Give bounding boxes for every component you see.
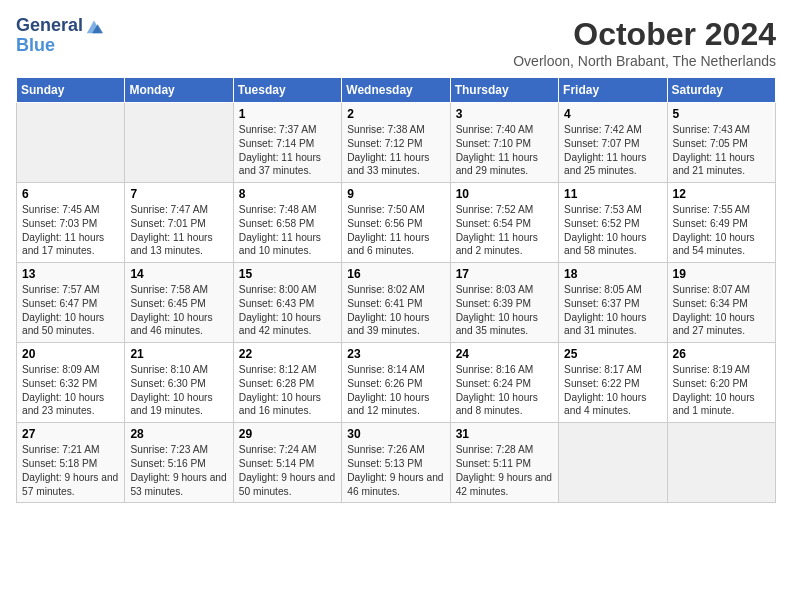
day-info-line: Sunset: 7:14 PM bbox=[239, 138, 314, 149]
day-info: Sunrise: 8:10 AMSunset: 6:30 PMDaylight:… bbox=[130, 363, 227, 418]
day-number: 27 bbox=[22, 427, 119, 441]
day-info-line: Daylight: 10 hours and 23 minutes. bbox=[22, 392, 104, 417]
day-info-line: Sunrise: 7:45 AM bbox=[22, 204, 100, 215]
day-info-line: Sunrise: 8:19 AM bbox=[673, 364, 751, 375]
day-info-line: Sunset: 5:14 PM bbox=[239, 458, 314, 469]
day-info-line: Sunrise: 8:14 AM bbox=[347, 364, 425, 375]
header-tuesday: Tuesday bbox=[233, 78, 341, 103]
day-info: Sunrise: 7:47 AMSunset: 7:01 PMDaylight:… bbox=[130, 203, 227, 258]
day-info-line: Sunset: 6:30 PM bbox=[130, 378, 205, 389]
day-info-line: Daylight: 11 hours and 2 minutes. bbox=[456, 232, 538, 257]
day-info-line: Sunrise: 8:00 AM bbox=[239, 284, 317, 295]
day-info-line: Sunrise: 8:02 AM bbox=[347, 284, 425, 295]
day-info: Sunrise: 8:05 AMSunset: 6:37 PMDaylight:… bbox=[564, 283, 661, 338]
calendar-cell: 9Sunrise: 7:50 AMSunset: 6:56 PMDaylight… bbox=[342, 183, 450, 263]
day-number: 5 bbox=[673, 107, 770, 121]
day-info: Sunrise: 7:50 AMSunset: 6:56 PMDaylight:… bbox=[347, 203, 444, 258]
day-info-line: Sunrise: 7:47 AM bbox=[130, 204, 208, 215]
calendar-cell: 23Sunrise: 8:14 AMSunset: 6:26 PMDayligh… bbox=[342, 343, 450, 423]
day-info-line: Sunset: 6:47 PM bbox=[22, 298, 97, 309]
day-info-line: Sunset: 6:37 PM bbox=[564, 298, 639, 309]
header-wednesday: Wednesday bbox=[342, 78, 450, 103]
day-info-line: Sunrise: 8:07 AM bbox=[673, 284, 751, 295]
day-info-line: Sunset: 6:52 PM bbox=[564, 218, 639, 229]
calendar-cell: 24Sunrise: 8:16 AMSunset: 6:24 PMDayligh… bbox=[450, 343, 558, 423]
calendar-header-row: Sunday Monday Tuesday Wednesday Thursday… bbox=[17, 78, 776, 103]
calendar-cell: 30Sunrise: 7:26 AMSunset: 5:13 PMDayligh… bbox=[342, 423, 450, 503]
day-info-line: Sunrise: 8:03 AM bbox=[456, 284, 534, 295]
calendar-cell: 5Sunrise: 7:43 AMSunset: 7:05 PMDaylight… bbox=[667, 103, 775, 183]
day-info: Sunrise: 8:19 AMSunset: 6:20 PMDaylight:… bbox=[673, 363, 770, 418]
calendar-cell: 15Sunrise: 8:00 AMSunset: 6:43 PMDayligh… bbox=[233, 263, 341, 343]
day-info: Sunrise: 8:09 AMSunset: 6:32 PMDaylight:… bbox=[22, 363, 119, 418]
day-info: Sunrise: 7:24 AMSunset: 5:14 PMDaylight:… bbox=[239, 443, 336, 498]
day-info-line: Daylight: 11 hours and 25 minutes. bbox=[564, 152, 646, 177]
day-info-line: Sunset: 6:24 PM bbox=[456, 378, 531, 389]
day-info-line: Daylight: 10 hours and 58 minutes. bbox=[564, 232, 646, 257]
day-info-line: Sunset: 6:56 PM bbox=[347, 218, 422, 229]
day-info-line: Daylight: 11 hours and 29 minutes. bbox=[456, 152, 538, 177]
day-info-line: Sunset: 6:49 PM bbox=[673, 218, 748, 229]
day-number: 21 bbox=[130, 347, 227, 361]
day-info-line: Sunrise: 7:55 AM bbox=[673, 204, 751, 215]
calendar-cell: 1Sunrise: 7:37 AMSunset: 7:14 PMDaylight… bbox=[233, 103, 341, 183]
day-info-line: Daylight: 10 hours and 46 minutes. bbox=[130, 312, 212, 337]
calendar-cell: 14Sunrise: 7:58 AMSunset: 6:45 PMDayligh… bbox=[125, 263, 233, 343]
calendar-cell: 31Sunrise: 7:28 AMSunset: 5:11 PMDayligh… bbox=[450, 423, 558, 503]
day-info-line: Sunset: 5:13 PM bbox=[347, 458, 422, 469]
day-info-line: Daylight: 9 hours and 57 minutes. bbox=[22, 472, 118, 497]
calendar-week-row-3: 13Sunrise: 7:57 AMSunset: 6:47 PMDayligh… bbox=[17, 263, 776, 343]
day-info-line: Sunrise: 7:37 AM bbox=[239, 124, 317, 135]
day-info: Sunrise: 7:48 AMSunset: 6:58 PMDaylight:… bbox=[239, 203, 336, 258]
calendar-cell: 26Sunrise: 8:19 AMSunset: 6:20 PMDayligh… bbox=[667, 343, 775, 423]
day-info: Sunrise: 7:57 AMSunset: 6:47 PMDaylight:… bbox=[22, 283, 119, 338]
day-info-line: Sunrise: 8:09 AM bbox=[22, 364, 100, 375]
calendar-table: Sunday Monday Tuesday Wednesday Thursday… bbox=[16, 77, 776, 503]
calendar-cell: 7Sunrise: 7:47 AMSunset: 7:01 PMDaylight… bbox=[125, 183, 233, 263]
calendar-cell: 10Sunrise: 7:52 AMSunset: 6:54 PMDayligh… bbox=[450, 183, 558, 263]
day-info-line: Sunset: 7:10 PM bbox=[456, 138, 531, 149]
day-number: 22 bbox=[239, 347, 336, 361]
day-info-line: Sunset: 6:32 PM bbox=[22, 378, 97, 389]
day-info: Sunrise: 7:52 AMSunset: 6:54 PMDaylight:… bbox=[456, 203, 553, 258]
header-sunday: Sunday bbox=[17, 78, 125, 103]
day-info-line: Daylight: 11 hours and 17 minutes. bbox=[22, 232, 104, 257]
day-info-line: Sunset: 6:34 PM bbox=[673, 298, 748, 309]
day-number: 8 bbox=[239, 187, 336, 201]
day-info-line: Sunrise: 7:26 AM bbox=[347, 444, 425, 455]
day-info-line: Sunrise: 7:40 AM bbox=[456, 124, 534, 135]
header: General Blue October 2024 Overloon, Nort… bbox=[16, 16, 776, 69]
month-title: October 2024 bbox=[513, 16, 776, 53]
day-info-line: Sunset: 6:54 PM bbox=[456, 218, 531, 229]
day-info-line: Sunset: 7:03 PM bbox=[22, 218, 97, 229]
day-number: 20 bbox=[22, 347, 119, 361]
day-number: 28 bbox=[130, 427, 227, 441]
day-number: 6 bbox=[22, 187, 119, 201]
day-info-line: Sunset: 6:39 PM bbox=[456, 298, 531, 309]
day-number: 18 bbox=[564, 267, 661, 281]
calendar-cell: 8Sunrise: 7:48 AMSunset: 6:58 PMDaylight… bbox=[233, 183, 341, 263]
day-info-line: Sunset: 6:43 PM bbox=[239, 298, 314, 309]
day-info-line: Daylight: 10 hours and 12 minutes. bbox=[347, 392, 429, 417]
day-number: 26 bbox=[673, 347, 770, 361]
day-info-line: Sunrise: 7:23 AM bbox=[130, 444, 208, 455]
calendar-cell: 6Sunrise: 7:45 AMSunset: 7:03 PMDaylight… bbox=[17, 183, 125, 263]
day-info-line: Daylight: 10 hours and 27 minutes. bbox=[673, 312, 755, 337]
day-info-line: Daylight: 11 hours and 13 minutes. bbox=[130, 232, 212, 257]
calendar-cell: 20Sunrise: 8:09 AMSunset: 6:32 PMDayligh… bbox=[17, 343, 125, 423]
day-info: Sunrise: 8:14 AMSunset: 6:26 PMDaylight:… bbox=[347, 363, 444, 418]
calendar-week-row-4: 20Sunrise: 8:09 AMSunset: 6:32 PMDayligh… bbox=[17, 343, 776, 423]
day-info: Sunrise: 7:45 AMSunset: 7:03 PMDaylight:… bbox=[22, 203, 119, 258]
day-info-line: Sunrise: 7:42 AM bbox=[564, 124, 642, 135]
day-info-line: Sunset: 6:41 PM bbox=[347, 298, 422, 309]
day-number: 30 bbox=[347, 427, 444, 441]
day-info-line: Daylight: 11 hours and 21 minutes. bbox=[673, 152, 755, 177]
day-number: 10 bbox=[456, 187, 553, 201]
calendar-cell: 13Sunrise: 7:57 AMSunset: 6:47 PMDayligh… bbox=[17, 263, 125, 343]
header-thursday: Thursday bbox=[450, 78, 558, 103]
day-info-line: Daylight: 10 hours and 8 minutes. bbox=[456, 392, 538, 417]
day-info-line: Daylight: 9 hours and 53 minutes. bbox=[130, 472, 226, 497]
day-info-line: Sunrise: 7:52 AM bbox=[456, 204, 534, 215]
day-info-line: Sunset: 7:07 PM bbox=[564, 138, 639, 149]
day-info-line: Sunset: 7:01 PM bbox=[130, 218, 205, 229]
